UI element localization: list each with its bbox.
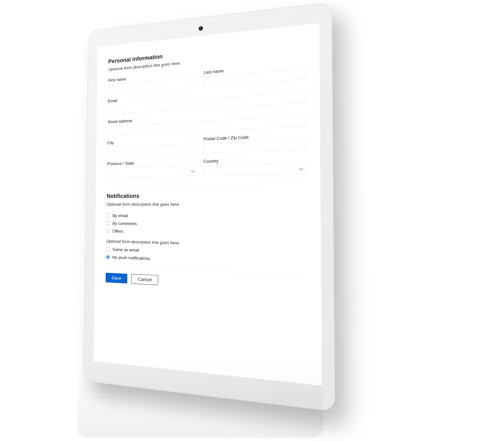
postal-code-label: Postal Code / Zip Code bbox=[204, 132, 306, 142]
checkbox-label: Offers bbox=[112, 229, 123, 234]
province-state-label: Province / State bbox=[107, 159, 197, 166]
radio-group-description: Optional form description line goes here… bbox=[106, 239, 306, 249]
tablet-mockup: Personal information Optional form descr… bbox=[77, 14, 323, 392]
country-select[interactable] bbox=[203, 163, 306, 176]
checkbox-by-email[interactable] bbox=[106, 214, 110, 218]
radio-no-push-notifications[interactable] bbox=[106, 255, 110, 259]
checkbox-by-comments[interactable] bbox=[106, 221, 110, 225]
notifications-description: Optional form description line goes here… bbox=[107, 202, 306, 207]
tablet-reflection bbox=[77, 362, 323, 438]
chevron-down-icon bbox=[191, 169, 195, 173]
checkbox-label: By email bbox=[113, 213, 128, 218]
camera-icon bbox=[199, 26, 203, 31]
radio-label: Same as email bbox=[112, 247, 139, 253]
chevron-down-icon bbox=[299, 166, 303, 170]
postal-code-input[interactable] bbox=[203, 140, 306, 153]
radio-same-as-email[interactable] bbox=[106, 247, 110, 251]
last-name-label: Last name bbox=[204, 62, 305, 75]
cancel-button[interactable]: Cancel bbox=[131, 274, 158, 285]
city-input[interactable] bbox=[107, 144, 197, 157]
notifications-title: Notifications bbox=[107, 191, 306, 199]
radio-label: No push notifications bbox=[112, 255, 150, 261]
tablet-frame: Personal information Optional form descr… bbox=[83, 2, 335, 412]
section-divider bbox=[107, 183, 306, 186]
save-button[interactable]: Save bbox=[106, 273, 127, 284]
country-label: Country bbox=[203, 156, 306, 164]
province-state-select[interactable] bbox=[107, 166, 197, 177]
checkbox-offers[interactable] bbox=[106, 229, 110, 233]
checkbox-label: By comments bbox=[112, 221, 137, 226]
screen: Personal information Optional form descr… bbox=[94, 23, 322, 386]
